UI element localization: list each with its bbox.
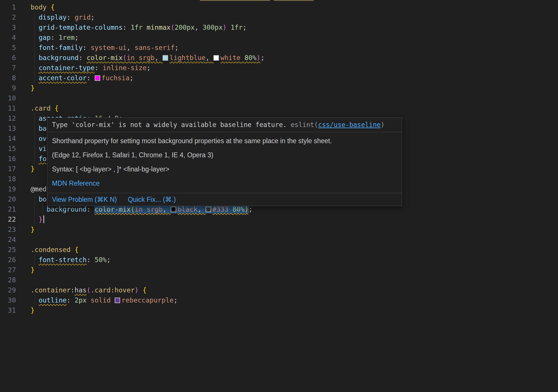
line-number[interactable]: 16 [0, 154, 16, 164]
code-token: in [135, 206, 143, 213]
code-token: ( [87, 286, 91, 294]
line-number[interactable]: 28 [0, 275, 16, 285]
code-line[interactable]: 10 [0, 93, 558, 103]
line-number[interactable]: 26 [0, 255, 16, 265]
code-token: : [67, 14, 75, 21]
code-line[interactable]: 29.container:has(.card:hover) { [0, 285, 558, 295]
code-line[interactable]: 25.condensed { [0, 245, 558, 255]
view-problem-action[interactable]: View Problem (⌘K N) [52, 196, 117, 204]
line-number[interactable]: 18 [0, 174, 16, 184]
line-number[interactable]: 15 [0, 144, 16, 154]
code-content [16, 174, 31, 184]
code-content: font-stretch: 50%; [16, 255, 111, 265]
code-line[interactable]: 6 background: color-mix(in srgb, lightbl… [0, 53, 558, 63]
line-number[interactable]: 23 [0, 225, 16, 235]
line-number[interactable]: 24 [0, 235, 16, 245]
line-number[interactable]: 13 [0, 124, 16, 134]
code-token: 2px [75, 296, 87, 304]
line-number[interactable]: 17 [0, 164, 16, 174]
color-swatch[interactable] [163, 55, 168, 61]
code-line[interactable]: 9} [0, 83, 558, 93]
code-line[interactable]: 31} [0, 305, 558, 316]
color-swatch[interactable] [206, 207, 211, 212]
indent-guide [34, 43, 35, 53]
code-line[interactable]: 23} [0, 225, 558, 235]
line-number[interactable]: 30 [0, 295, 16, 305]
diagnostic-source: eslint( [291, 121, 318, 128]
code-line[interactable]: 24 [0, 235, 558, 245]
line-number[interactable]: 25 [0, 245, 16, 255]
code-line[interactable]: 30 outline: 2px solid rebeccapurple; [0, 295, 558, 305]
code-token: ba [39, 125, 47, 132]
color-swatch[interactable] [95, 75, 100, 81]
code-line[interactable]: 8 accent-color: fuchsia; [0, 73, 558, 83]
code-token: : [67, 296, 75, 304]
code-token [87, 296, 91, 304]
line-number[interactable]: 6 [0, 53, 16, 63]
code-token: : [51, 34, 59, 41]
color-swatch[interactable] [213, 55, 219, 61]
line-number[interactable]: 10 [0, 93, 16, 103]
doc-syntax: Syntax: [ <bg-layer> , ]* <final-bg-laye… [52, 162, 397, 176]
line-number[interactable]: 5 [0, 43, 16, 53]
code-line[interactable]: 3 grid-template-columns: 1fr minmax(200p… [0, 23, 558, 33]
code-token: has [75, 286, 87, 294]
code-token: , [155, 54, 163, 61]
code-content: .card { [16, 103, 59, 113]
line-number[interactable]: 2 [0, 12, 16, 23]
code-token: @med [31, 185, 46, 193]
line-number[interactable]: 12 [0, 113, 16, 124]
line-number[interactable]: 7 [0, 63, 16, 73]
code-token: font-family [39, 44, 83, 51]
quick-fix-action[interactable]: Quick Fix... (⌘.) [128, 196, 176, 204]
code-content: .condensed { [16, 245, 79, 255]
code-token: 1rem [59, 34, 75, 41]
line-number[interactable]: 21 [0, 204, 16, 214]
code-line[interactable]: 2 display: grid; [0, 12, 558, 23]
code-token: .condensed [31, 246, 75, 253]
code-token: ; [248, 206, 252, 213]
line-number[interactable]: 9 [0, 83, 16, 93]
code-line[interactable]: 11.card { [0, 103, 558, 113]
code-line[interactable]: 5 font-family: system-ui, sans-serif; [0, 43, 558, 53]
code-token: 1fr [131, 24, 143, 31]
line-number[interactable]: 22 [0, 214, 16, 225]
line-number[interactable]: 3 [0, 23, 16, 33]
code-line[interactable]: 28 [0, 275, 558, 285]
code-line[interactable]: 1body { [0, 2, 558, 12]
code-content: @med [16, 184, 46, 194]
code-token: : [95, 64, 103, 72]
line-number[interactable]: 14 [0, 134, 16, 144]
line-number[interactable]: 31 [0, 305, 16, 316]
line-number[interactable]: 8 [0, 73, 16, 83]
color-swatch[interactable] [171, 207, 176, 212]
code-line[interactable]: 7 container-type: inline-size; [0, 63, 558, 73]
color-swatch[interactable] [115, 298, 120, 303]
code-content: grid-template-columns: 1fr minmax(200px,… [16, 23, 247, 33]
diagnostic-rule-link[interactable]: css/use-baseline [318, 121, 381, 128]
code-line[interactable]: 4 gap: 1rem; [0, 33, 558, 43]
code-line[interactable]: 27} [0, 265, 558, 275]
code-token: minmax [147, 24, 171, 31]
code-content: vi [16, 144, 46, 154]
code-token [241, 54, 245, 61]
line-number[interactable]: 29 [0, 285, 16, 295]
code-line[interactable]: 22 } [0, 214, 558, 225]
code-token: grid [75, 14, 90, 21]
line-number[interactable]: 11 [0, 103, 16, 113]
code-token: { [75, 246, 79, 253]
line-number[interactable]: 4 [0, 33, 16, 43]
code-token: sans-serif [135, 44, 174, 51]
code-token: 50% [95, 256, 107, 264]
line-number[interactable]: 27 [0, 265, 16, 275]
mdn-reference-link[interactable]: MDN Reference [52, 176, 397, 191]
code-token: display [39, 14, 67, 21]
line-number[interactable]: 1 [0, 2, 16, 12]
code-token: .card [91, 286, 111, 294]
code-token: 200px [175, 24, 195, 31]
code-token: #333 [206, 206, 228, 213]
code-token [139, 286, 143, 294]
code-line[interactable]: 26 font-stretch: 50%; [0, 255, 558, 265]
line-number[interactable]: 19 [0, 184, 16, 194]
line-number[interactable]: 20 [0, 194, 16, 204]
